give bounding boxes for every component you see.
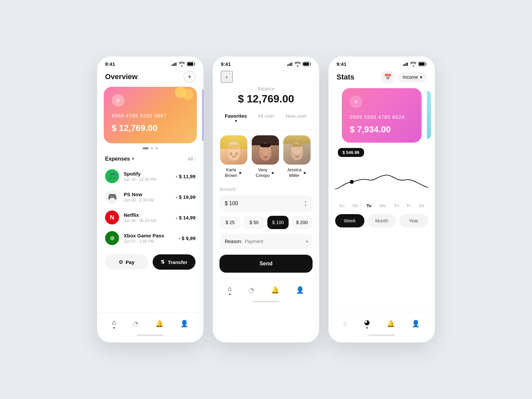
calendar-button[interactable]: 📅 (381, 71, 394, 83)
reason-row[interactable]: Reason: ▾ (219, 234, 313, 249)
add-button[interactable]: + (184, 71, 196, 83)
svg-rect-28 (406, 63, 407, 66)
expense-info-netflix: Netflix Jun 08 - 05:24 AM (124, 212, 171, 223)
calendar-icon: 📅 (384, 73, 391, 81)
nav-bell[interactable]: 🔔 (151, 318, 168, 329)
svg-point-16 (235, 152, 238, 156)
quick-25[interactable]: $ 25 (219, 216, 241, 229)
nav-profile-2[interactable]: 👤 (292, 285, 308, 295)
period-buttons: Week Month Year (329, 211, 435, 232)
pink-card[interactable]: ≠ 0589 5500 4785 6624 $ 7,934.00 (342, 88, 422, 143)
expense-item-psnow[interactable]: 🎮 PS Now Jun 09 - 8:30 AM - $ 19,99 (97, 187, 203, 207)
svg-rect-1 (173, 64, 174, 66)
jessica-name: JessicaMiller (287, 167, 301, 179)
nav-home-3[interactable]: ⌂ (339, 318, 351, 329)
back-button[interactable]: ‹ (221, 71, 233, 83)
status-icons-1 (172, 62, 196, 66)
reason-label: Reason: (225, 239, 242, 244)
bell-icon: 🔔 (155, 320, 164, 328)
balance-amount: $ 12,769.00 (221, 93, 311, 105)
tab-all-user[interactable]: All user (251, 110, 281, 124)
jessica-star: ★ (303, 171, 307, 175)
tab-favorites[interactable]: Favorites (221, 110, 251, 124)
all-link[interactable]: All › (188, 156, 196, 162)
nav-chart[interactable]: ◔ (129, 318, 142, 329)
period-month[interactable]: Month (367, 214, 396, 227)
nav-bell-3[interactable]: 🔔 (383, 318, 399, 329)
expense-date: Jun 07 - 2:40 PM (124, 239, 174, 244)
amount-value: $ 100 (225, 200, 238, 206)
nav-home[interactable]: ⌂ (108, 317, 120, 330)
jessica-name-row: JessicaMiller ★ (287, 167, 306, 179)
user-vany[interactable]: VanyCrespo ★ (251, 135, 279, 179)
nav-profile-3[interactable]: 👤 (408, 318, 424, 329)
svg-point-15 (230, 152, 232, 156)
nav-bar-3: ⌂ ◕ 🔔 👤 (329, 312, 435, 331)
avatar-vany (252, 135, 279, 165)
income-dropdown[interactable]: Income ▾ (398, 72, 427, 82)
avatar-jessica (283, 135, 311, 165)
nav-bell-2[interactable]: 🔔 (267, 285, 283, 295)
svg-point-25 (295, 156, 299, 158)
favorites-list: KarlaBrown ★ (213, 130, 319, 184)
battery-icon (187, 62, 196, 66)
tab-new-user[interactable]: New user (281, 110, 311, 124)
quick-200[interactable]: $ 200 (291, 216, 313, 229)
transfer-button[interactable]: ⇅ Transfer (153, 254, 196, 270)
screens-container: 9:41 (97, 57, 435, 342)
svg-rect-29 (407, 62, 408, 66)
user-jessica[interactable]: JessicaMiller ★ (283, 135, 311, 179)
reason-input[interactable] (245, 239, 303, 244)
period-week[interactable]: Week (335, 214, 364, 227)
avatar-karla (220, 135, 247, 165)
expense-item-spotify[interactable]: 🎵 Spotify Jun 10 - 12:30 PM - $ 11,99 (97, 166, 203, 187)
chevron-down-icon-income: ▾ (420, 74, 422, 80)
period-year[interactable]: Year (399, 214, 428, 227)
chart-data-point (350, 180, 354, 184)
dot-3 (155, 147, 158, 149)
vany-name-row: VanyCrespo ★ (256, 167, 275, 179)
income-label: Income (403, 74, 418, 80)
nav-active-dot-3 (366, 327, 368, 329)
arrow-down-icon: ▼ (304, 204, 307, 207)
card-amount-3: $ 7,934.00 (350, 124, 414, 135)
expense-name: Netflix (124, 212, 171, 218)
action-buttons: ⊙ Pay ⇅ Transfer (97, 248, 203, 273)
svg-rect-0 (172, 64, 173, 66)
stats-title: Stats (336, 73, 354, 81)
battery-icon (303, 62, 311, 66)
svg-rect-14 (228, 145, 240, 149)
day-tu: Tu (366, 203, 371, 208)
karla-name: KarlaBrown (225, 167, 237, 179)
user-karla[interactable]: KarlaBrown ★ (219, 135, 248, 179)
nav-chart-2[interactable]: ◔ (244, 285, 258, 295)
screen-overview: 9:41 (97, 57, 203, 342)
chevron-right-icon: › (194, 156, 196, 162)
amount-label: Amount (219, 187, 313, 192)
spotify-icon: 🎵 (105, 169, 119, 183)
screen-balance: 9:41 (213, 57, 319, 342)
person-icon-3: 👤 (412, 320, 420, 328)
pay-button[interactable]: ⊙ Pay (105, 254, 148, 270)
quick-100[interactable]: $ 100 (267, 216, 289, 229)
expense-item-xbox[interactable]: ⊕ Xbox Game Pass Jun 07 - 2:40 PM - $ 9,… (97, 228, 203, 248)
card-logo: ≠ (112, 94, 124, 107)
nav-chart-3[interactable]: ◕ (360, 317, 374, 330)
nav-profile[interactable]: 👤 (176, 318, 193, 329)
svg-rect-7 (289, 64, 290, 66)
svg-rect-26 (403, 64, 404, 66)
send-button[interactable]: Send (219, 255, 313, 273)
amount-stepper[interactable]: ▲ ▼ (304, 200, 307, 207)
face-jessica-svg (283, 135, 311, 165)
quick-50[interactable]: $ 50 (243, 216, 265, 229)
svg-rect-8 (290, 63, 291, 66)
expense-item-netflix[interactable]: N Netflix Jun 08 - 05:24 AM - $ 14,99 (97, 207, 203, 228)
teal-side-bar (427, 91, 431, 139)
nav-home-2[interactable]: ⌂ (224, 284, 236, 296)
main-card[interactable]: ≠ 6968 4785 5200 3687 $ 12,769.00 (104, 87, 197, 143)
expense-amount: - $ 11,99 (176, 174, 196, 179)
vany-star: ★ (271, 171, 275, 175)
amount-input[interactable]: $ 100 ▲ ▼ (219, 195, 313, 212)
person-icon-2: 👤 (296, 286, 304, 294)
day-fr: Fr (407, 203, 411, 208)
